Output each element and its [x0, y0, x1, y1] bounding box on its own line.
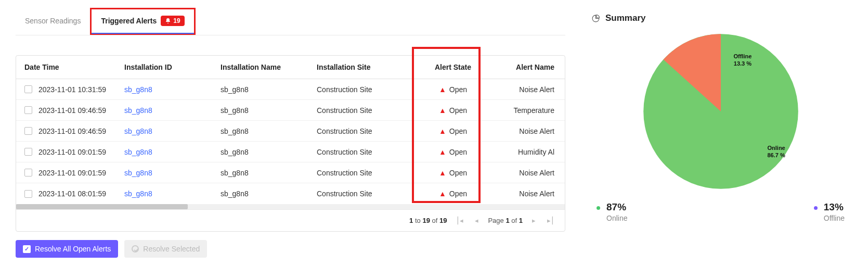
table-row[interactable]: 2023-11-01 08:01:59sb_g8n8sb_g8n8Constru…	[16, 183, 565, 204]
table-row[interactable]: 2023-11-01 09:01:59sb_g8n8sb_g8n8Constru…	[16, 142, 565, 162]
warning-icon: ▲	[439, 106, 446, 115]
cell-datetime: 2023-11-01 10:31:59	[38, 85, 106, 94]
col-header-installation-id[interactable]: Installation ID	[120, 63, 216, 71]
button-label: Resolve All Open Alerts	[35, 245, 111, 253]
row-checkbox[interactable]	[24, 127, 32, 135]
tab-label: Sensor Readings	[25, 17, 81, 25]
dot-icon	[814, 206, 818, 210]
check-circle-icon	[132, 245, 139, 253]
cell-installation-site: Construction Site	[313, 85, 409, 94]
tab-label: Triggered Alerts	[101, 17, 157, 25]
cell-alert-state: ▲Open	[409, 85, 497, 94]
cell-alert-name: Noise Alert	[497, 127, 565, 135]
installation-id-link[interactable]: sb_g8n8	[124, 85, 152, 94]
alerts-table: Date Time Installation ID Installation N…	[16, 55, 565, 232]
stat-offline: 13% Offline	[814, 201, 845, 222]
pagination-last-icon[interactable]: ▸⎮	[545, 216, 556, 225]
resolve-all-button[interactable]: ✓ Resolve All Open Alerts	[16, 240, 118, 258]
installation-id-link[interactable]: sb_g8n8	[124, 127, 152, 135]
stat-value: 87%	[606, 201, 627, 213]
cell-alert-name: Humidity Al	[497, 148, 565, 156]
table-header-row: Date Time Installation ID Installation N…	[16, 56, 565, 79]
cell-alert-state: ▲Open	[409, 190, 497, 198]
col-header-installation-name[interactable]: Installation Name	[216, 63, 313, 71]
resolve-selected-button: Resolve Selected	[124, 240, 207, 258]
col-header-datetime[interactable]: Date Time	[16, 63, 120, 71]
cell-installation-site: Construction Site	[313, 148, 409, 156]
cell-alert-name: Noise Alert	[497, 169, 565, 177]
check-icon: ✓	[23, 245, 31, 253]
badge-count: 19	[173, 17, 180, 24]
pie-label-offline: Offline 13.3 %	[734, 53, 752, 68]
stat-label: Online	[606, 214, 627, 222]
warning-icon: ▲	[439, 169, 446, 177]
pagination-next-icon[interactable]: ▸	[530, 216, 538, 225]
col-header-alert-name[interactable]: Alert Name	[497, 63, 565, 71]
row-checkbox[interactable]	[24, 148, 32, 156]
cell-alert-state: ▲Open	[409, 127, 497, 135]
row-checkbox[interactable]	[24, 85, 32, 93]
cell-datetime: 2023-11-01 09:46:59	[38, 127, 106, 135]
summary-title: Summary	[605, 13, 645, 23]
cell-alert-name: Noise Alert	[497, 190, 565, 198]
warning-icon: ▲	[439, 85, 446, 94]
row-checkbox[interactable]	[24, 169, 32, 176]
cell-alert-state: ▲Open	[409, 169, 497, 177]
installation-id-link[interactable]: sb_g8n8	[124, 169, 152, 177]
horizontal-scrollbar[interactable]	[16, 204, 565, 209]
cell-installation-site: Construction Site	[313, 190, 409, 198]
cell-installation-site: Construction Site	[313, 127, 409, 135]
stat-value: 13%	[824, 201, 845, 213]
dot-icon	[597, 206, 600, 210]
cell-installation-name: sb_g8n8	[216, 127, 313, 135]
cell-alert-name: Noise Alert	[497, 85, 565, 94]
scrollbar-thumb[interactable]	[16, 204, 188, 209]
row-checkbox[interactable]	[24, 106, 32, 114]
summary-stats: 87% Online 13% Offline	[591, 201, 850, 222]
pie-chart-icon	[591, 14, 600, 23]
installation-id-link[interactable]: sb_g8n8	[124, 148, 152, 156]
cell-alert-state: ▲Open	[409, 148, 497, 156]
alerts-count-badge: 19	[161, 16, 184, 26]
status-pie-chart: Offline 13.3 % Online 86.7 %	[640, 31, 801, 192]
summary-heading: Summary	[591, 13, 850, 23]
tab-triggered-alerts[interactable]: Triggered Alerts 19	[90, 8, 195, 35]
warning-icon: ▲	[439, 190, 446, 198]
pagination-bar: 1 to 19 of 19 ⎮◂ ◂ Page 1 of 1 ▸ ▸⎮	[16, 209, 565, 231]
bell-icon	[165, 18, 171, 24]
cell-datetime: 2023-11-01 09:01:59	[38, 148, 106, 156]
cell-datetime: 2023-11-01 09:46:59	[38, 106, 106, 115]
cell-installation-name: sb_g8n8	[216, 85, 313, 94]
warning-icon: ▲	[439, 127, 446, 135]
tabs-bar: Sensor Readings Triggered Alerts 19	[16, 8, 565, 35]
cell-datetime: 2023-11-01 09:01:59	[38, 169, 106, 177]
stat-online: 87% Online	[597, 201, 627, 222]
table-row[interactable]: 2023-11-01 09:46:59sb_g8n8sb_g8n8Constru…	[16, 100, 565, 121]
cell-installation-site: Construction Site	[313, 169, 409, 177]
warning-icon: ▲	[439, 148, 446, 156]
cell-installation-site: Construction Site	[313, 106, 409, 115]
installation-id-link[interactable]: sb_g8n8	[124, 106, 152, 115]
pie-label-online: Online 86.7 %	[768, 144, 785, 159]
button-label: Resolve Selected	[143, 245, 200, 253]
cell-installation-name: sb_g8n8	[216, 148, 313, 156]
pagination-prev-icon[interactable]: ◂	[473, 216, 481, 225]
pagination-range: 1 to 19 of 19	[409, 217, 447, 224]
cell-installation-name: sb_g8n8	[216, 106, 313, 115]
cell-installation-name: sb_g8n8	[216, 190, 313, 198]
installation-id-link[interactable]: sb_g8n8	[124, 190, 152, 198]
table-row[interactable]: 2023-11-01 10:31:59sb_g8n8sb_g8n8Constru…	[16, 79, 565, 100]
cell-installation-name: sb_g8n8	[216, 169, 313, 177]
table-row[interactable]: 2023-11-01 09:01:59sb_g8n8sb_g8n8Constru…	[16, 162, 565, 183]
table-row[interactable]: 2023-11-01 09:46:59sb_g8n8sb_g8n8Constru…	[16, 121, 565, 142]
tab-sensor-readings[interactable]: Sensor Readings	[16, 10, 90, 32]
row-checkbox[interactable]	[24, 190, 32, 198]
col-header-installation-site[interactable]: Installation Site	[313, 63, 409, 71]
action-bar: ✓ Resolve All Open Alerts Resolve Select…	[16, 240, 565, 258]
col-header-alert-state[interactable]: Alert State	[409, 63, 497, 71]
pagination-page: Page 1 of 1	[488, 217, 523, 224]
cell-alert-name: Temperature	[497, 106, 565, 115]
cell-datetime: 2023-11-01 08:01:59	[38, 190, 106, 198]
cell-alert-state: ▲Open	[409, 106, 497, 115]
pagination-first-icon[interactable]: ⎮◂	[454, 216, 465, 225]
